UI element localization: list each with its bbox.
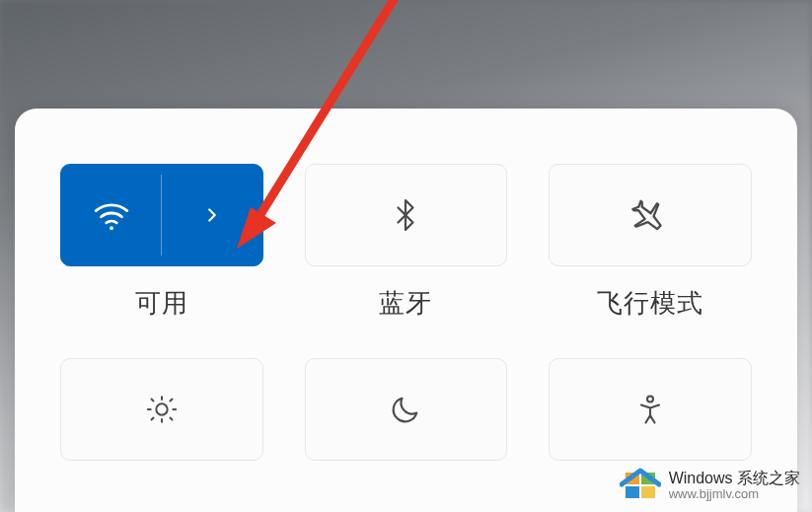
accessibility-icon	[632, 392, 668, 427]
brightness-icon	[145, 393, 179, 426]
svg-rect-8	[641, 486, 655, 498]
watermark-url: www.bjjmlv.com	[669, 487, 800, 501]
watermark-text: Windows 系统之家 www.bjjmlv.com	[669, 470, 800, 501]
svg-rect-7	[626, 486, 639, 498]
moon-icon	[389, 393, 422, 426]
wifi-tile[interactable]	[60, 164, 263, 266]
airplane-tile-group: 飞行模式	[549, 164, 752, 321]
wifi-icon	[91, 194, 132, 236]
svg-point-1	[156, 403, 167, 414]
wifi-label: 可用	[135, 286, 188, 321]
night-light-tile[interactable]	[305, 358, 508, 461]
wifi-toggle[interactable]	[61, 165, 161, 265]
svg-point-2	[647, 397, 653, 402]
watermark-title: Windows 系统之家	[669, 470, 800, 487]
bluetooth-label: 蓝牙	[379, 286, 432, 321]
airplane-tile[interactable]	[549, 164, 752, 266]
accessibility-tile-group	[549, 358, 752, 461]
wifi-expand-button[interactable]	[162, 165, 261, 265]
airplane-icon	[630, 195, 670, 235]
night-tile-group	[305, 358, 508, 461]
bluetooth-icon	[388, 197, 423, 233]
wifi-tile-group: 可用	[60, 164, 263, 321]
airplane-label: 飞行模式	[597, 286, 703, 321]
chevron-right-icon	[201, 204, 223, 226]
svg-point-0	[110, 226, 113, 230]
quick-settings-panel: 可用 蓝牙 飞行模式	[15, 109, 797, 512]
tiles-grid: 可用 蓝牙 飞行模式	[60, 164, 752, 461]
bluetooth-tile[interactable]	[305, 164, 508, 266]
bluetooth-tile-group: 蓝牙	[305, 164, 508, 321]
brightness-tile-group	[60, 358, 263, 461]
brightness-tile[interactable]	[60, 358, 263, 461]
watermark: Windows 系统之家 www.bjjmlv.com	[620, 465, 800, 506]
accessibility-tile[interactable]	[549, 358, 752, 461]
watermark-logo-icon	[620, 465, 661, 506]
